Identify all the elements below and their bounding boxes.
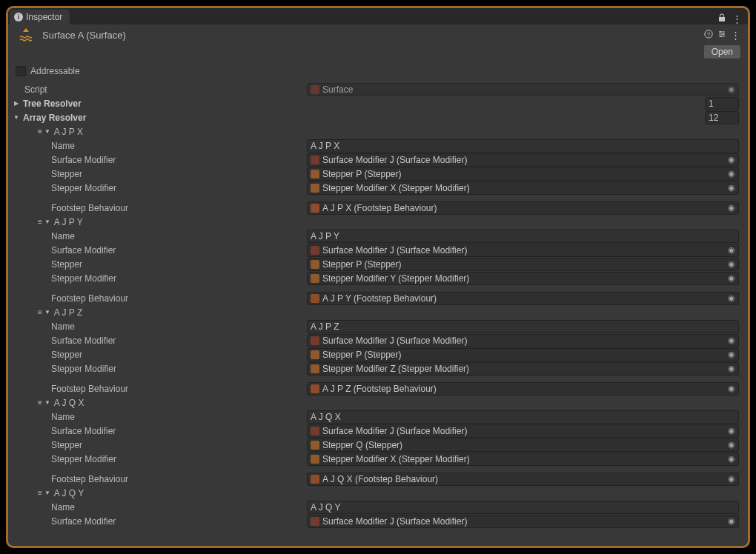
tree-resolver-count[interactable]: 1 <box>705 97 739 110</box>
preset-icon[interactable] <box>717 30 726 41</box>
object-field-label: Surface Modifier J (Surface Modifier) <box>322 155 725 165</box>
name-input[interactable]: A J P Y <box>307 230 739 243</box>
surface-modifier-label: Surface Modifier <box>8 245 307 256</box>
object-picker-icon[interactable]: ◉ <box>728 440 735 450</box>
footstep-behaviour-label: Footstep Behaviour <box>8 203 307 213</box>
name-input[interactable]: A J P Z <box>307 320 739 333</box>
object-picker-icon[interactable]: ◉ <box>728 259 735 269</box>
tab-inspector[interactable]: i Inspector <box>10 10 70 24</box>
object-field-label: A J P X (Footstep Behaviour) <box>322 203 725 213</box>
object-picker-icon[interactable]: ◉ <box>728 203 735 213</box>
object-picker-icon[interactable]: ◉ <box>728 426 735 435</box>
inspector-body[interactable]: Script Surface ◉ Tree Resolver 1 <box>8 82 748 533</box>
object-picker-icon[interactable]: ◉ <box>728 169 735 178</box>
asset-type-icon <box>311 170 319 178</box>
reorder-handle-icon[interactable]: ≡ <box>38 489 42 497</box>
script-label: Script <box>8 84 307 95</box>
object-field[interactable]: A J P X (Footstep Behaviour) ◉ <box>307 201 739 215</box>
object-field[interactable]: A J Q X (Footstep Behaviour) ◉ <box>307 473 739 486</box>
object-picker-icon[interactable]: ◉ <box>728 273 735 283</box>
object-field-label: Surface Modifier J (Surface Modifier) <box>322 516 725 527</box>
foldout-tree-resolver[interactable] <box>13 100 20 107</box>
object-field[interactable]: Stepper P (Stepper) ◉ <box>307 167 739 181</box>
object-picker-icon[interactable]: ◉ <box>728 183 735 193</box>
name-input[interactable]: A J Q X <box>307 410 739 424</box>
stepper-modifier-label: Stepper Modifier <box>8 183 307 193</box>
asset-icon <box>16 24 36 45</box>
object-field[interactable]: Surface Modifier J (Surface Modifier) ◉ <box>307 515 739 528</box>
asset-type-icon <box>311 204 319 213</box>
object-field[interactable]: Surface Modifier J (Surface Modifier) ◉ <box>307 424 739 438</box>
object-picker-icon[interactable]: ◉ <box>728 84 735 94</box>
object-picker-icon[interactable]: ◉ <box>728 293 735 303</box>
asset-type-icon <box>311 517 319 526</box>
item-title: A J P Z <box>54 307 82 318</box>
object-picker-icon[interactable]: ◉ <box>728 245 735 255</box>
foldout-item[interactable] <box>44 490 51 496</box>
kebab-icon[interactable]: ⋮ <box>731 30 740 41</box>
object-picker-icon[interactable]: ◉ <box>728 364 735 373</box>
asset-type-icon <box>311 475 319 484</box>
object-field[interactable]: Stepper P (Stepper) ◉ <box>307 348 739 361</box>
object-picker-icon[interactable]: ◉ <box>728 350 735 359</box>
tab-label: Inspector <box>26 12 62 22</box>
foldout-array-resolver[interactable] <box>13 114 20 121</box>
name-input[interactable]: A J Q Y <box>307 501 739 514</box>
name-label: Name <box>8 141 307 151</box>
info-icon: i <box>14 13 23 21</box>
lock-icon[interactable] <box>717 13 726 24</box>
script-value: Surface <box>322 84 725 95</box>
object-picker-icon[interactable]: ◉ <box>728 384 735 393</box>
addressable-checkbox[interactable] <box>16 66 26 76</box>
object-field[interactable]: Surface Modifier J (Surface Modifier) ◉ <box>307 244 739 257</box>
foldout-item[interactable] <box>44 399 51 406</box>
script-icon <box>311 85 319 94</box>
stepper-label: Stepper <box>8 259 307 270</box>
surface-modifier-label: Surface Modifier <box>8 155 307 165</box>
object-field[interactable]: Stepper Modifier X (Stepper Modifier) ◉ <box>307 181 739 195</box>
reorder-handle-icon[interactable]: ≡ <box>38 127 42 136</box>
name-label: Name <box>8 231 307 241</box>
footstep-behaviour-label: Footstep Behaviour <box>8 474 307 484</box>
object-field[interactable]: Stepper Q (Stepper) ◉ <box>307 438 739 452</box>
object-picker-icon[interactable]: ◉ <box>728 336 735 345</box>
object-picker-icon[interactable]: ◉ <box>728 155 735 164</box>
asset-type-icon <box>311 260 319 269</box>
svg-text:?: ? <box>707 31 711 38</box>
footstep-behaviour-label: Footstep Behaviour <box>8 293 307 304</box>
object-field-label: Stepper Q (Stepper) <box>322 440 725 450</box>
tab-bar: i Inspector ⋮ <box>8 8 748 24</box>
object-field[interactable]: Stepper Modifier Z (Stepper Modifier) ◉ <box>307 362 739 376</box>
item-title: A J P X <box>54 127 83 137</box>
footstep-behaviour-label: Footstep Behaviour <box>8 384 307 394</box>
object-field[interactable]: Stepper Modifier Y (Stepper Modifier) ◉ <box>307 272 739 285</box>
item-title: A J Q X <box>54 398 84 408</box>
object-field[interactable]: Surface Modifier J (Surface Modifier) ◉ <box>307 334 739 347</box>
foldout-item[interactable] <box>44 309 51 316</box>
object-field[interactable]: A J P Z (Footstep Behaviour) ◉ <box>307 382 739 396</box>
open-button[interactable]: Open <box>704 45 740 59</box>
asset-type-icon <box>311 427 319 435</box>
svg-point-3 <box>723 33 724 34</box>
object-picker-icon[interactable]: ◉ <box>728 474 735 484</box>
help-icon[interactable]: ? <box>704 30 713 41</box>
stepper-label: Stepper <box>8 440 307 450</box>
object-picker-icon[interactable]: ◉ <box>728 516 735 526</box>
object-field-label: Stepper P (Stepper) <box>322 259 725 270</box>
array-resolver-count[interactable]: 12 <box>705 111 739 124</box>
asset-type-icon <box>311 274 319 283</box>
object-field[interactable]: Stepper Modifier X (Stepper Modifier) ◉ <box>307 453 739 466</box>
stepper-label: Stepper <box>8 169 307 179</box>
foldout-item[interactable] <box>44 218 51 225</box>
object-field[interactable]: A J P Y (Footstep Behaviour) ◉ <box>307 292 739 305</box>
reorder-handle-icon[interactable]: ≡ <box>38 218 42 226</box>
name-input[interactable]: A J P X <box>307 139 739 153</box>
kebab-icon[interactable]: ⋮ <box>732 13 742 24</box>
foldout-item[interactable] <box>44 128 51 135</box>
surface-modifier-label: Surface Modifier <box>8 426 307 436</box>
object-field[interactable]: Surface Modifier J (Surface Modifier) ◉ <box>307 153 739 167</box>
object-picker-icon[interactable]: ◉ <box>728 454 735 464</box>
reorder-handle-icon[interactable]: ≡ <box>38 398 42 407</box>
reorder-handle-icon[interactable]: ≡ <box>38 308 42 316</box>
object-field[interactable]: Stepper P (Stepper) ◉ <box>307 258 739 271</box>
